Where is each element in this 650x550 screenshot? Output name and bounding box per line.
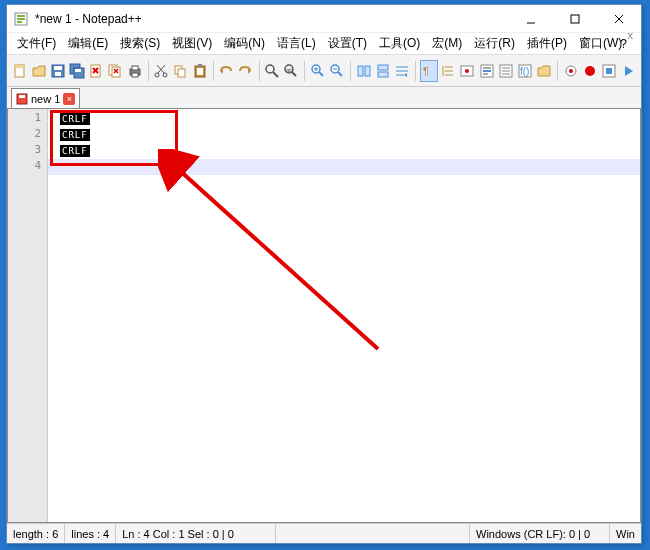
line-number: 2 bbox=[8, 127, 47, 143]
toolbar-separator bbox=[304, 61, 305, 81]
cut-icon[interactable] bbox=[152, 60, 170, 82]
file-tab[interactable]: new 1 × bbox=[11, 88, 80, 108]
menu-run[interactable]: 运行(R) bbox=[468, 33, 521, 54]
print-icon[interactable] bbox=[125, 60, 143, 82]
notepadpp-icon bbox=[13, 11, 29, 27]
redo-icon[interactable] bbox=[236, 60, 254, 82]
svg-line-41 bbox=[319, 72, 323, 76]
toolbar-separator bbox=[259, 61, 260, 81]
unsaved-disk-icon bbox=[16, 93, 28, 105]
svg-rect-2 bbox=[17, 18, 25, 20]
tab-close-icon[interactable]: × bbox=[63, 93, 75, 105]
save-all-icon[interactable] bbox=[68, 60, 86, 82]
svg-rect-24 bbox=[132, 66, 138, 70]
menu-file[interactable]: 文件(F) bbox=[11, 33, 62, 54]
status-position: Ln : 4 Col : 1 Sel : 0 | 0 bbox=[116, 524, 276, 543]
svg-point-73 bbox=[585, 66, 595, 76]
menu-settings[interactable]: 设置(T) bbox=[322, 33, 373, 54]
open-file-icon[interactable] bbox=[30, 60, 48, 82]
editor-content[interactable]: CRLF CRLF CRLF bbox=[48, 109, 640, 522]
menu-tools[interactable]: 工具(O) bbox=[373, 33, 426, 54]
svg-line-28 bbox=[158, 65, 165, 73]
status-encoding: Win bbox=[610, 524, 641, 543]
svg-rect-50 bbox=[378, 72, 388, 77]
menu-search[interactable]: 搜索(S) bbox=[114, 33, 166, 54]
show-symbol-icon[interactable]: ¶ bbox=[420, 60, 438, 82]
svg-rect-34 bbox=[198, 64, 202, 67]
new-file-icon[interactable] bbox=[11, 60, 29, 82]
minimize-button[interactable] bbox=[509, 5, 553, 33]
svg-rect-31 bbox=[178, 69, 185, 77]
undo-icon[interactable] bbox=[217, 60, 235, 82]
func-list-icon[interactable]: f() bbox=[516, 60, 534, 82]
copy-icon[interactable] bbox=[171, 60, 189, 82]
svg-text:f(): f() bbox=[520, 66, 529, 77]
close-all-icon[interactable] bbox=[106, 60, 124, 82]
find-icon[interactable] bbox=[263, 60, 281, 82]
statusbar: length : 6 lines : 4 Ln : 4 Col : 1 Sel … bbox=[7, 523, 641, 543]
svg-rect-77 bbox=[19, 95, 25, 98]
svg-text:ab: ab bbox=[286, 67, 293, 73]
close-file-icon[interactable] bbox=[87, 60, 105, 82]
line-number: 4 bbox=[8, 159, 47, 175]
toolbar: ab ¶ f() bbox=[7, 55, 641, 87]
svg-rect-63 bbox=[483, 70, 491, 72]
svg-rect-25 bbox=[132, 73, 138, 77]
menu-view[interactable]: 视图(V) bbox=[166, 33, 218, 54]
status-length: length : 6 bbox=[7, 524, 65, 543]
svg-line-29 bbox=[157, 65, 164, 73]
window-controls bbox=[509, 5, 641, 33]
sync-h-icon[interactable] bbox=[374, 60, 392, 82]
svg-rect-62 bbox=[483, 67, 491, 69]
stop-macro-icon[interactable] bbox=[600, 60, 618, 82]
record-macro-icon[interactable] bbox=[581, 60, 599, 82]
folder-tree-icon[interactable] bbox=[535, 60, 553, 82]
status-eol: Windows (CR LF): 0 | 0 bbox=[470, 524, 610, 543]
sync-v-icon[interactable] bbox=[355, 60, 373, 82]
svg-rect-1 bbox=[17, 15, 25, 17]
editor-area[interactable]: 1 2 3 4 CRLF CRLF CRLF bbox=[7, 109, 641, 523]
menu-encoding[interactable]: 编码(N) bbox=[218, 33, 271, 54]
svg-rect-11 bbox=[54, 66, 62, 70]
toolbar-separator bbox=[350, 61, 351, 81]
zoom-out-icon[interactable] bbox=[328, 60, 346, 82]
menubar: 文件(F) 编辑(E) 搜索(S) 视图(V) 编码(N) 语言(L) 设置(T… bbox=[7, 33, 641, 55]
svg-line-45 bbox=[338, 72, 342, 76]
zoom-in-icon[interactable] bbox=[309, 60, 327, 82]
toolbar-collapse-icon[interactable]: x bbox=[628, 29, 634, 41]
menu-language[interactable]: 语言(L) bbox=[271, 33, 322, 54]
maximize-button[interactable] bbox=[553, 5, 597, 33]
line-number: 1 bbox=[8, 111, 47, 127]
wrap-icon[interactable] bbox=[393, 60, 411, 82]
crlf-symbol: CRLF bbox=[60, 145, 90, 157]
svg-rect-5 bbox=[571, 15, 579, 23]
crlf-symbol: CRLF bbox=[60, 113, 90, 125]
replace-icon[interactable]: ab bbox=[282, 60, 300, 82]
menu-macro[interactable]: 宏(M) bbox=[426, 33, 468, 54]
tabbar: new 1 × bbox=[7, 87, 641, 109]
play-macro-icon[interactable] bbox=[619, 60, 637, 82]
svg-rect-75 bbox=[606, 68, 612, 74]
editor-line[interactable]: CRLF bbox=[48, 127, 640, 143]
udl-icon[interactable] bbox=[458, 60, 476, 82]
close-button[interactable] bbox=[597, 5, 641, 33]
editor-line[interactable]: CRLF bbox=[48, 143, 640, 159]
paste-icon[interactable] bbox=[191, 60, 209, 82]
svg-rect-64 bbox=[483, 73, 488, 75]
svg-rect-15 bbox=[75, 69, 81, 72]
titlebar: *new 1 - Notepad++ bbox=[7, 5, 641, 33]
svg-point-72 bbox=[569, 69, 573, 73]
svg-rect-47 bbox=[358, 66, 363, 76]
doc-list-icon[interactable] bbox=[497, 60, 515, 82]
status-lines: lines : 4 bbox=[65, 524, 116, 543]
editor-line-active[interactable] bbox=[48, 159, 640, 175]
monitor-icon[interactable] bbox=[562, 60, 580, 82]
toolbar-separator bbox=[415, 61, 416, 81]
menu-edit[interactable]: 编辑(E) bbox=[62, 33, 114, 54]
editor-line[interactable]: CRLF bbox=[48, 111, 640, 127]
menu-plugins[interactable]: 插件(P) bbox=[521, 33, 573, 54]
save-icon[interactable] bbox=[49, 60, 67, 82]
svg-point-35 bbox=[266, 65, 274, 73]
doc-map-icon[interactable] bbox=[478, 60, 496, 82]
indent-guide-icon[interactable] bbox=[439, 60, 457, 82]
